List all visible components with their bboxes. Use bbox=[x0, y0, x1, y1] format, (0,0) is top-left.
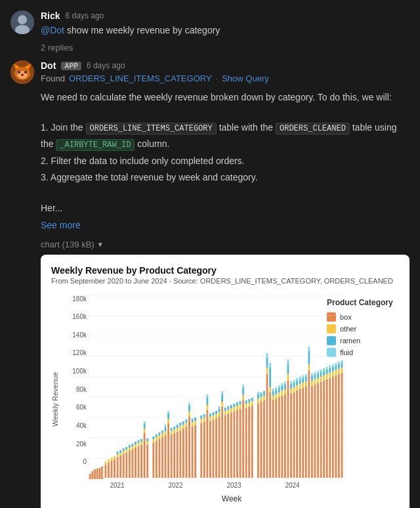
svg-rect-271 bbox=[329, 378, 331, 478]
svg-rect-25 bbox=[94, 469, 96, 479]
svg-rect-288 bbox=[341, 368, 343, 373]
svg-rect-36 bbox=[114, 456, 116, 459]
svg-rect-154 bbox=[230, 405, 232, 408]
svg-rect-190 bbox=[266, 353, 268, 358]
svg-rect-111 bbox=[188, 406, 190, 412]
svg-rect-160 bbox=[236, 402, 238, 406]
svg-rect-231 bbox=[299, 389, 301, 478]
x-axis-labels: 2021 2022 2023 2024 bbox=[88, 482, 322, 489]
svg-rect-93 bbox=[171, 428, 173, 431]
svg-rect-239 bbox=[305, 387, 307, 478]
svg-rect-156 bbox=[234, 407, 236, 412]
chart-main: 180k 160k 140k 120k 100k 80k 60k 40k 20k bbox=[64, 295, 399, 503]
svg-rect-184 bbox=[263, 400, 265, 478]
svg-rect-228 bbox=[296, 385, 298, 391]
svg-rect-105 bbox=[182, 421, 184, 425]
svg-rect-143 bbox=[221, 402, 223, 407]
svg-rect-62 bbox=[140, 442, 142, 445]
svg-rect-30 bbox=[105, 461, 107, 465]
bars-svg bbox=[88, 295, 345, 479]
svg-rect-97 bbox=[177, 432, 178, 478]
rick-username: Rick bbox=[41, 11, 60, 21]
svg-rect-280 bbox=[335, 370, 337, 375]
chart-toggle-icon[interactable]: ▼ bbox=[97, 241, 104, 248]
svg-rect-126 bbox=[207, 405, 209, 410]
svg-rect-130 bbox=[209, 417, 211, 421]
svg-rect-213 bbox=[284, 385, 286, 389]
svg-rect-209 bbox=[281, 386, 283, 391]
svg-rect-221 bbox=[290, 384, 292, 389]
svg-rect-81 bbox=[161, 433, 163, 437]
svg-rect-89 bbox=[167, 413, 169, 419]
svg-rect-196 bbox=[272, 396, 274, 400]
svg-rect-162 bbox=[240, 404, 242, 409]
svg-rect-29 bbox=[105, 465, 107, 478]
svg-rect-110 bbox=[188, 412, 190, 417]
svg-rect-129 bbox=[209, 421, 211, 478]
svg-rect-286 bbox=[338, 362, 340, 364]
svg-rect-161 bbox=[240, 409, 242, 478]
see-more-link[interactable]: See more bbox=[41, 218, 410, 232]
rick-mention: @Dot bbox=[41, 25, 64, 35]
svg-rect-256 bbox=[317, 378, 319, 383]
svg-rect-164 bbox=[242, 400, 244, 478]
svg-rect-33 bbox=[111, 461, 113, 478]
dot-timestamp: 6 days ago bbox=[87, 61, 125, 70]
show-query-link[interactable]: Show Query bbox=[222, 74, 269, 83]
svg-rect-214 bbox=[284, 382, 286, 385]
svg-rect-42 bbox=[119, 450, 121, 453]
bars-wrapper: 180k 160k 140k 120k 100k 80k 60k 40k 20k bbox=[88, 295, 345, 479]
svg-rect-194 bbox=[269, 363, 271, 368]
chart-plot: 180k 160k 140k 120k 100k 80k 60k 40k 20k bbox=[64, 295, 322, 489]
svg-rect-72 bbox=[152, 439, 154, 443]
svg-rect-155 bbox=[234, 412, 236, 478]
svg-rect-174 bbox=[251, 406, 253, 478]
svg-rect-78 bbox=[159, 435, 161, 439]
svg-rect-31 bbox=[108, 463, 110, 478]
svg-rect-236 bbox=[302, 383, 304, 388]
replies-count[interactable]: 2 replies bbox=[41, 43, 410, 53]
svg-rect-275 bbox=[332, 377, 334, 478]
svg-rect-135 bbox=[215, 419, 217, 478]
svg-rect-180 bbox=[257, 392, 259, 394]
svg-rect-153 bbox=[230, 408, 232, 413]
svg-rect-96 bbox=[173, 427, 175, 429]
found-link[interactable]: ORDERS_LINE_ITEMS_CATEGORY bbox=[69, 74, 212, 83]
svg-rect-165 bbox=[242, 395, 244, 400]
svg-rect-115 bbox=[192, 419, 194, 422]
svg-rect-134 bbox=[213, 412, 215, 415]
svg-rect-98 bbox=[177, 428, 178, 432]
svg-rect-249 bbox=[311, 376, 313, 381]
svg-rect-48 bbox=[125, 447, 127, 450]
svg-rect-120 bbox=[200, 419, 202, 423]
svg-rect-106 bbox=[186, 427, 188, 478]
step3: 3. Aggregate the total revenue by week a… bbox=[41, 169, 410, 186]
svg-rect-41 bbox=[119, 453, 121, 455]
svg-rect-26 bbox=[96, 469, 98, 479]
step1: 1. Join the ORDERS_LINE_ITEMS_CATEGORY t… bbox=[41, 119, 410, 137]
svg-rect-202 bbox=[275, 387, 277, 390]
svg-rect-66 bbox=[144, 424, 146, 429]
x-axis-title: Week bbox=[64, 494, 399, 503]
svg-rect-222 bbox=[290, 381, 292, 384]
svg-rect-183 bbox=[261, 392, 262, 397]
svg-rect-188 bbox=[266, 368, 268, 374]
step2: 2. Filter the data to include only compl… bbox=[41, 153, 410, 169]
svg-rect-95 bbox=[173, 429, 175, 433]
chart-label-row: chart (139 kB) ▼ bbox=[41, 240, 410, 249]
svg-rect-176 bbox=[251, 398, 253, 401]
svg-rect-255 bbox=[317, 383, 319, 478]
svg-rect-216 bbox=[287, 374, 289, 381]
svg-rect-262 bbox=[320, 370, 322, 372]
svg-rect-63 bbox=[140, 439, 142, 442]
svg-rect-247 bbox=[311, 386, 313, 478]
svg-rect-60 bbox=[138, 440, 140, 443]
svg-rect-278 bbox=[332, 364, 334, 367]
svg-rect-137 bbox=[215, 411, 217, 414]
svg-rect-276 bbox=[332, 371, 334, 377]
svg-rect-150 bbox=[227, 410, 229, 414]
svg-rect-127 bbox=[207, 398, 209, 405]
svg-rect-243 bbox=[308, 371, 310, 478]
svg-rect-65 bbox=[144, 429, 146, 433]
table1-code: ORDERS_LINE_ITEMS_CATEGORY bbox=[86, 123, 217, 135]
